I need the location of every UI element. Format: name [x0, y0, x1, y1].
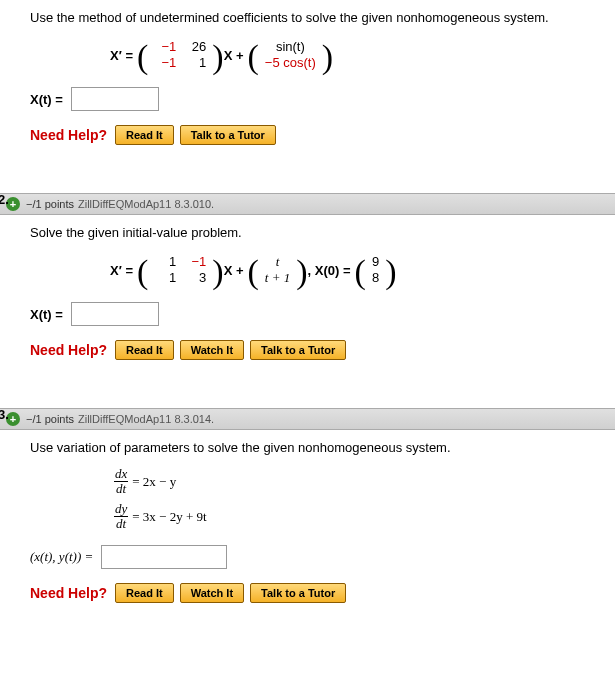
- answer-input[interactable]: [101, 545, 227, 569]
- prompt: Use the method of undetermined coefficie…: [30, 10, 605, 25]
- need-help-label: Need Help?: [30, 342, 107, 358]
- dy-dt: dy dt: [113, 502, 129, 531]
- vec-top: t: [261, 254, 294, 270]
- rparen-icon: ): [322, 39, 333, 75]
- lparen-icon: (: [355, 254, 366, 290]
- problem-3: Use variation of parameters to solve the…: [0, 430, 615, 621]
- eq2-rhs: = 3x − 2y + 9t: [132, 509, 206, 525]
- lparen-icon: (: [137, 39, 148, 75]
- need-help-label: Need Help?: [30, 127, 107, 143]
- den: dt: [114, 481, 128, 496]
- equation: dx dt = 2x − y dy dt = 3x − 2y + 9t: [110, 467, 605, 531]
- answer-input[interactable]: [71, 87, 159, 111]
- answer-row: X(t) =: [30, 302, 605, 326]
- watch-it-button[interactable]: Watch It: [180, 340, 244, 360]
- mid: X +: [224, 263, 244, 278]
- m11: −1: [150, 39, 180, 55]
- talk-to-tutor-button[interactable]: Talk to a Tutor: [250, 340, 346, 360]
- rparen-icon: ): [296, 254, 307, 290]
- m12: 26: [180, 39, 210, 55]
- m11: 1: [150, 254, 180, 270]
- answer-row: (x(t), y(t)) =: [30, 545, 605, 569]
- lhs: X′ =: [110, 263, 133, 278]
- m22: 3: [180, 270, 210, 286]
- read-it-button[interactable]: Read It: [115, 583, 174, 603]
- watch-it-button[interactable]: Watch It: [180, 583, 244, 603]
- equation: X′ = ( −1 26 −1 1 ) X + ( sin(t) −5 cos(…: [110, 37, 605, 73]
- m21: 1: [150, 270, 180, 286]
- help-row: Need Help? Read It Watch It Talk to a Tu…: [30, 583, 605, 603]
- lhs: X′ =: [110, 48, 133, 63]
- problem-2: Solve the given initial-value problem. X…: [0, 215, 615, 378]
- ic-vector: 9 8: [368, 254, 383, 286]
- answer-row: X(t) =: [30, 87, 605, 111]
- points: −/1 points: [26, 413, 74, 425]
- prompt: Use variation of parameters to solve the…: [30, 440, 605, 455]
- problem-1: Use the method of undetermined coefficie…: [0, 0, 615, 163]
- mid: X +: [224, 48, 244, 63]
- coef-matrix: 1 −1 1 3: [150, 254, 210, 286]
- read-it-button[interactable]: Read It: [115, 125, 174, 145]
- question-header: + −/1 points ZillDiffEQModAp11 8.3.014.: [0, 408, 615, 430]
- need-help-label: Need Help?: [30, 585, 107, 601]
- talk-to-tutor-button[interactable]: Talk to a Tutor: [250, 583, 346, 603]
- ic-bot: 8: [368, 270, 383, 286]
- reference: ZillDiffEQModAp11 8.3.014.: [78, 413, 214, 425]
- comma: , X(0) =: [308, 263, 351, 278]
- coef-matrix: −1 26 −1 1: [150, 39, 210, 71]
- prompt: Solve the given initial-value problem.: [30, 225, 605, 240]
- answer-label: X(t) =: [30, 92, 63, 107]
- eq1-rhs: = 2x − y: [132, 474, 176, 490]
- help-row: Need Help? Read It Talk to a Tutor: [30, 125, 605, 145]
- vec-top: sin(t): [261, 39, 320, 55]
- answer-label: (x(t), y(t)) =: [30, 549, 93, 565]
- forcing-vector: sin(t) −5 cos(t): [261, 39, 320, 71]
- dx-dt: dx dt: [113, 467, 129, 496]
- lparen-icon: (: [248, 39, 259, 75]
- ic-top: 9: [368, 254, 383, 270]
- question-number: 3.: [0, 407, 9, 422]
- rparen-icon: ): [212, 39, 223, 75]
- num: dy: [113, 502, 129, 516]
- forcing-vector: t t + 1: [261, 254, 294, 286]
- points: −/1 points: [26, 198, 74, 210]
- rparen-icon: ): [212, 254, 223, 290]
- rparen-icon: ): [385, 254, 396, 290]
- lparen-icon: (: [137, 254, 148, 290]
- question-header: + −/1 points ZillDiffEQModAp11 8.3.010.: [0, 193, 615, 215]
- reference: ZillDiffEQModAp11 8.3.010.: [78, 198, 214, 210]
- vec-bot: −5 cos(t): [261, 55, 320, 71]
- m12: −1: [180, 254, 210, 270]
- vec-bot: t + 1: [261, 270, 294, 286]
- lparen-icon: (: [248, 254, 259, 290]
- num: dx: [113, 467, 129, 481]
- question-number: 2.: [0, 192, 9, 207]
- help-row: Need Help? Read It Watch It Talk to a Tu…: [30, 340, 605, 360]
- talk-to-tutor-button[interactable]: Talk to a Tutor: [180, 125, 276, 145]
- m22: 1: [180, 55, 210, 71]
- answer-label: X(t) =: [30, 307, 63, 322]
- den: dt: [114, 516, 128, 531]
- answer-input[interactable]: [71, 302, 159, 326]
- read-it-button[interactable]: Read It: [115, 340, 174, 360]
- equation: X′ = ( 1 −1 1 3 ) X + ( t t + 1 ) , X(0): [110, 252, 605, 288]
- m21: −1: [150, 55, 180, 71]
